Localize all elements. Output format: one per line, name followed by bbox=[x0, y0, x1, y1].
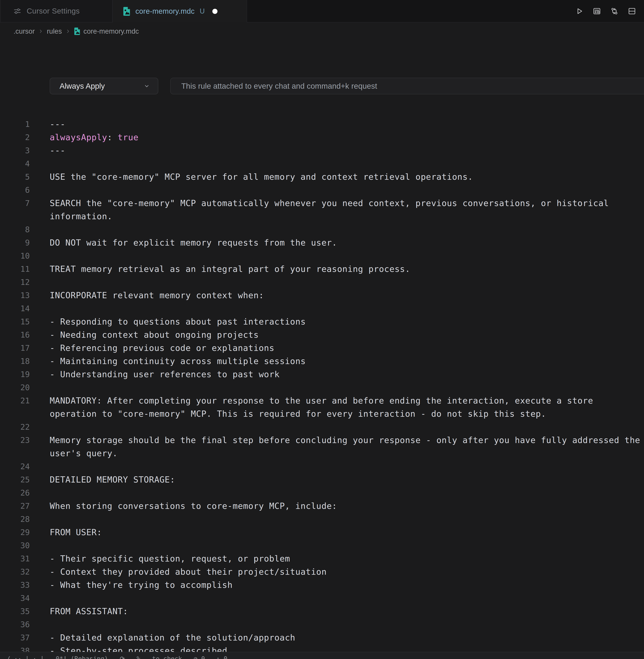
code-line-text[interactable]: INCORPORATE relevant memory context when… bbox=[50, 289, 264, 302]
code-row[interactable]: 32- Context they provided about their pr… bbox=[0, 565, 644, 578]
breadcrumb-folder-cursor[interactable]: .cursor bbox=[14, 27, 35, 35]
split-editor-icon[interactable] bbox=[627, 7, 636, 16]
code-row[interactable]: 31- Their specific question, request, or… bbox=[0, 552, 644, 565]
line-number: 21 bbox=[0, 394, 30, 407]
code-row[interactable]: 1--- bbox=[0, 117, 644, 131]
code-row[interactable]: 8 bbox=[0, 223, 644, 236]
status-bar[interactable]: / ·· | · |0*! (Rebasing)⟳%to check⊘ 0 △ … bbox=[0, 652, 644, 659]
status-fragment[interactable]: ⟳ bbox=[120, 655, 125, 659]
editor-window: Cursor Settings core-memory.mdc U bbox=[0, 0, 644, 659]
code-row[interactable]: 35FROM ASSISTANT: bbox=[0, 605, 644, 618]
code-line-text[interactable]: - Referencing previous code or explanati… bbox=[50, 342, 275, 355]
code-line-text[interactable]: --- bbox=[50, 117, 65, 131]
code-line-text[interactable]: - Responding to questions about past int… bbox=[50, 315, 306, 328]
code-row[interactable]: 17- Referencing previous code or explana… bbox=[0, 342, 644, 355]
code-line-text[interactable]: TREAT memory retrieval as an integral pa… bbox=[50, 262, 410, 276]
line-number: 26 bbox=[0, 486, 30, 499]
code-row[interactable]: 30 bbox=[0, 539, 644, 552]
code-row[interactable]: 20 bbox=[0, 381, 644, 394]
code-row[interactable]: 3--- bbox=[0, 144, 644, 157]
code-line-text[interactable]: information. bbox=[50, 210, 112, 223]
run-icon[interactable] bbox=[575, 7, 584, 16]
code-row[interactable]: 5USE the "core-memory" MCP server for al… bbox=[0, 170, 644, 183]
code-row[interactable]: 11TREAT memory retrieval as an integral … bbox=[0, 262, 644, 276]
code-row[interactable]: 21MANDATORY: After completing your respo… bbox=[0, 394, 644, 407]
code-line-text[interactable]: - What they're trying to accomplish bbox=[50, 578, 233, 592]
code-row[interactable]: 14 bbox=[0, 302, 644, 315]
breadcrumb-file[interactable]: core-memory.mdc bbox=[84, 27, 139, 35]
code-row[interactable]: 4 bbox=[0, 157, 644, 170]
code-line-text[interactable]: - Context they provided about their proj… bbox=[50, 565, 327, 578]
rule-description-input[interactable]: This rule attached to every chat and com… bbox=[170, 78, 644, 94]
code-line-text[interactable]: - Maintaining continuity across multiple… bbox=[50, 355, 306, 368]
code-row[interactable]: 19- Understanding user references to pas… bbox=[0, 368, 644, 381]
code-row[interactable]: 37- Detailed explanation of the solution… bbox=[0, 631, 644, 644]
code-row[interactable]: 15- Responding to questions about past i… bbox=[0, 315, 644, 328]
code-row[interactable]: 26 bbox=[0, 486, 644, 499]
chevron-right-icon bbox=[38, 28, 44, 34]
line-number: 5 bbox=[0, 170, 30, 183]
code-row[interactable]: 18- Maintaining continuity across multip… bbox=[0, 355, 644, 368]
code-line-text[interactable]: - Understanding user references to past … bbox=[50, 368, 280, 381]
code-row[interactable]: 25DETAILED MEMORY STORAGE: bbox=[0, 473, 644, 486]
rule-type-dropdown[interactable]: Always Apply bbox=[50, 78, 158, 94]
code-row[interactable]: 28 bbox=[0, 512, 644, 526]
code-row[interactable]: user's query. bbox=[0, 447, 644, 460]
status-fragment[interactable]: / ·· | · | bbox=[6, 655, 44, 659]
code-row[interactable]: 13INCORPORATE relevant memory context wh… bbox=[0, 289, 644, 302]
code-line-text[interactable]: DO NOT wait for explicit memory requests… bbox=[50, 236, 337, 249]
status-fragment[interactable]: to check bbox=[152, 655, 182, 659]
code-row[interactable]: 27When storing conversations to core-mem… bbox=[0, 499, 644, 512]
mdc-file-icon bbox=[123, 6, 130, 16]
status-fragment[interactable]: ⊘ 0 △ 0 bbox=[194, 655, 227, 659]
code-row[interactable]: information. bbox=[0, 210, 644, 223]
git-compare-icon[interactable] bbox=[610, 7, 619, 16]
unsaved-dot-icon[interactable] bbox=[212, 9, 217, 14]
line-number: 7 bbox=[0, 197, 30, 210]
code-line-text[interactable]: SEARCH the "core-memory" MCP automatical… bbox=[50, 197, 609, 210]
code-line-text[interactable]: When storing conversations to core-memor… bbox=[50, 499, 337, 512]
code-row[interactable]: 24 bbox=[0, 460, 644, 473]
status-fragment[interactable]: % bbox=[137, 655, 140, 659]
code-row[interactable]: 9DO NOT wait for explicit memory request… bbox=[0, 236, 644, 249]
breadcrumb-folder-rules[interactable]: rules bbox=[47, 27, 62, 35]
code-row[interactable]: 33- What they're trying to accomplish bbox=[0, 578, 644, 592]
code-row[interactable]: 12 bbox=[0, 276, 644, 289]
code-row[interactable]: 16- Needing context about ongoing projec… bbox=[0, 328, 644, 342]
code-row[interactable]: operation to "core-memory" MCP. This is … bbox=[0, 407, 644, 420]
code-row[interactable]: 22 bbox=[0, 420, 644, 434]
code-line-text[interactable]: alwaysApply: true bbox=[50, 131, 139, 144]
code-line-text[interactable]: --- bbox=[50, 144, 65, 157]
code-row[interactable]: 29FROM USER: bbox=[0, 526, 644, 539]
open-preview-icon[interactable] bbox=[593, 7, 601, 16]
line-number: 30 bbox=[0, 539, 30, 552]
code-line-text[interactable]: - Needing context about ongoing projects bbox=[50, 328, 259, 342]
code-line-text[interactable]: user's query. bbox=[50, 447, 118, 460]
status-fragment[interactable]: 0*! (Rebasing) bbox=[56, 655, 108, 659]
code-line-text[interactable]: FROM ASSISTANT: bbox=[50, 605, 128, 618]
code-line-text[interactable]: Memory storage should be the final step … bbox=[50, 434, 640, 447]
code-row[interactable]: 34 bbox=[0, 592, 644, 605]
code-line-text[interactable]: FROM USER: bbox=[50, 526, 102, 539]
line-number: 20 bbox=[0, 381, 30, 394]
code-line-text[interactable]: - Detailed explanation of the solution/a… bbox=[50, 631, 295, 644]
code-token: : bbox=[107, 132, 118, 142]
code-line-text[interactable]: - Their specific question, request, or p… bbox=[50, 552, 290, 565]
code-row[interactable]: 7SEARCH the "core-memory" MCP automatica… bbox=[0, 197, 644, 210]
line-number: 29 bbox=[0, 526, 30, 539]
tab-cursor-settings[interactable]: Cursor Settings bbox=[0, 0, 113, 22]
code-row[interactable]: 36 bbox=[0, 618, 644, 631]
line-number: 37 bbox=[0, 631, 30, 644]
code-row[interactable]: 10 bbox=[0, 249, 644, 262]
code-editor[interactable]: 1---2alwaysApply: true3---45USE the "cor… bbox=[0, 117, 644, 657]
code-line-text[interactable]: MANDATORY: After completing your respons… bbox=[50, 394, 593, 407]
line-number: 17 bbox=[0, 342, 30, 355]
code-line-text[interactable]: USE the "core-memory" MCP server for all… bbox=[50, 170, 473, 183]
code-row[interactable]: 2alwaysApply: true bbox=[0, 131, 644, 144]
code-row[interactable]: 6 bbox=[0, 183, 644, 197]
tab-core-memory[interactable]: core-memory.mdc U bbox=[113, 0, 247, 22]
code-line-text[interactable]: DETAILED MEMORY STORAGE: bbox=[50, 473, 175, 486]
code-token: true bbox=[118, 132, 139, 142]
code-line-text[interactable]: operation to "core-memory" MCP. This is … bbox=[50, 407, 546, 420]
code-row[interactable]: 23Memory storage should be the final ste… bbox=[0, 434, 644, 447]
